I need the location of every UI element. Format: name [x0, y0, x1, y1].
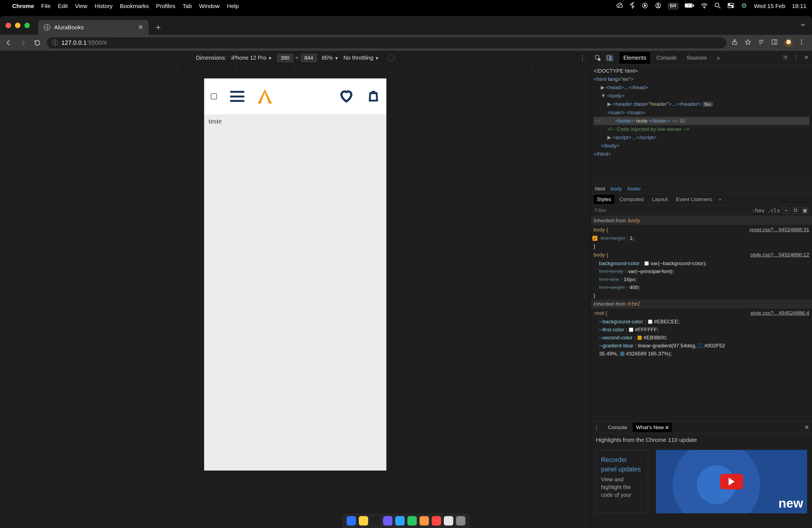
dock-app-chrome[interactable]	[359, 516, 368, 526]
styles-filter-input[interactable]	[595, 207, 749, 214]
rendering-sidebar-icon[interactable]: ▣	[801, 207, 808, 214]
device-toolbar-menu-icon[interactable]: ⋮	[579, 54, 585, 62]
battery-icon[interactable]	[685, 3, 694, 10]
hov-toggle[interactable]: :hov	[752, 207, 765, 214]
dom-selected-node[interactable]: ⋯<footer> teste </footer>== $0	[594, 117, 809, 125]
tab-close-button[interactable]: ✕	[138, 24, 143, 31]
crumb-body[interactable]: body	[611, 186, 622, 192]
window-minimize-button[interactable]	[15, 23, 20, 28]
devtools-close-icon[interactable]: ✕	[804, 54, 809, 62]
dock-app-github[interactable]	[371, 516, 380, 526]
styles-tab-layout[interactable]: Layout	[649, 195, 671, 204]
side-panel-icon[interactable]	[771, 39, 778, 46]
styles-tab-styles[interactable]: Styles	[594, 195, 614, 204]
dock-app-whatsapp[interactable]	[407, 516, 417, 526]
menu-edit[interactable]: Edit	[58, 3, 68, 10]
styles-tab-eventlisteners[interactable]: Event Listeners	[672, 195, 715, 204]
inspect-element-icon[interactable]	[594, 54, 602, 62]
browser-tab[interactable]: AluraBooks ✕	[38, 20, 149, 35]
dock-app-finder[interactable]	[347, 516, 356, 526]
chrome-menu-icon[interactable]	[799, 39, 806, 46]
dock-app-vscode[interactable]	[395, 516, 405, 526]
source-link[interactable]: style.css?…94524886:12	[750, 251, 809, 259]
dom-breadcrumb[interactable]: html body footer	[591, 184, 812, 194]
color-swatch[interactable]	[620, 352, 624, 356]
property-toggle-checkbox[interactable]	[592, 236, 597, 241]
crumb-html[interactable]: html	[595, 186, 605, 192]
rotate-icon[interactable]	[388, 55, 394, 61]
crumb-footer[interactable]: footer	[627, 186, 641, 192]
menubar-time[interactable]: 18:11	[792, 3, 807, 10]
dock-app-music[interactable]	[432, 516, 441, 526]
bookmark-star-icon[interactable]	[744, 39, 752, 46]
header-checkbox[interactable]	[211, 93, 217, 99]
play-icon[interactable]	[720, 474, 743, 489]
address-bar[interactable]: i 127.0.0.1:5500/#	[47, 37, 726, 48]
drawer-menu-icon[interactable]: ⋮	[594, 424, 599, 431]
menu-help[interactable]: Help	[227, 3, 239, 10]
drawer-tab-close-icon[interactable]: ✕	[665, 424, 669, 431]
menu-window[interactable]: Window	[199, 3, 220, 10]
logo-icon[interactable]	[258, 89, 272, 104]
control-center-icon[interactable]	[727, 3, 735, 10]
source-link[interactable]: style.css?…494524886:4	[750, 309, 809, 317]
menubar-date[interactable]: Wed 15 Feb	[754, 3, 785, 10]
toggle-device-icon[interactable]	[606, 54, 613, 62]
drawer-tab-whatsnew[interactable]: What's New✕	[633, 423, 672, 432]
devtools-tab-sources[interactable]: Sources	[683, 52, 711, 64]
heart-icon[interactable]	[339, 88, 354, 104]
tabs-overflow-button[interactable]	[799, 21, 807, 30]
bluetooth-icon[interactable]	[629, 2, 635, 10]
site-info-icon[interactable]: i	[52, 40, 58, 46]
cloud-icon[interactable]	[616, 2, 623, 10]
devtools-tab-console[interactable]: Console	[652, 52, 680, 64]
device-select[interactable]: iPhone 12 Pro▼	[231, 55, 272, 61]
devtools-tab-elements[interactable]: Elements	[620, 52, 650, 64]
cls-toggle[interactable]: .cls	[767, 207, 780, 214]
menubar-app-name[interactable]: Chrome	[12, 3, 34, 10]
forward-button[interactable]	[18, 39, 28, 46]
back-button[interactable]	[4, 39, 13, 46]
color-swatch[interactable]	[637, 336, 642, 340]
device-frame[interactable]: teste	[204, 78, 387, 471]
reading-list-icon[interactable]	[758, 39, 765, 46]
whatsnew-card[interactable]: Recorder panel updates View and highligh…	[596, 450, 648, 513]
menu-view[interactable]: View	[75, 3, 87, 10]
dock-app-trash[interactable]	[456, 516, 465, 526]
menu-profiles[interactable]: Profiles	[156, 3, 175, 10]
device-height-input[interactable]	[301, 54, 317, 62]
color-swatch[interactable]	[648, 320, 652, 324]
zoom-select[interactable]: 85%▼	[322, 55, 338, 61]
source-link[interactable]: reset.css?…94524888:31	[749, 225, 809, 234]
input-source-badge[interactable]: BR	[668, 3, 678, 9]
computed-sidebar-icon[interactable]: ⧉	[792, 207, 799, 214]
window-traffic-lights[interactable]	[5, 23, 30, 28]
window-close-button[interactable]	[5, 23, 11, 28]
dock-app-figma[interactable]	[383, 516, 392, 526]
user-circle-icon[interactable]	[655, 2, 662, 10]
play-circle-icon[interactable]	[642, 2, 648, 10]
devtools-settings-icon[interactable]	[782, 54, 788, 62]
device-width-input[interactable]	[277, 54, 293, 62]
styles-rules-pane[interactable]: Inherited from body body {reset.css?…945…	[591, 216, 812, 421]
menu-history[interactable]: History	[95, 3, 113, 10]
drawer-tab-console[interactable]: Console	[605, 423, 630, 432]
hamburger-icon[interactable]	[230, 91, 244, 102]
menu-file[interactable]: File	[41, 3, 50, 10]
window-zoom-button[interactable]	[24, 23, 30, 28]
dock-app-mail[interactable]	[420, 516, 429, 526]
devtools-menu-icon[interactable]: ⋮	[794, 54, 799, 62]
drawer-close-icon[interactable]: ✕	[804, 424, 809, 431]
new-style-rule-button[interactable]: ＋	[783, 207, 789, 214]
color-swatch[interactable]	[629, 327, 633, 332]
profile-avatar[interactable]	[784, 39, 793, 47]
search-icon[interactable]	[714, 2, 721, 10]
styles-tab-computed[interactable]: Computed	[616, 195, 647, 204]
shopping-bag-icon[interactable]	[367, 89, 380, 103]
share-icon[interactable]	[731, 39, 739, 46]
macos-dock[interactable]	[342, 514, 470, 528]
reload-button[interactable]	[33, 39, 42, 46]
color-swatch[interactable]	[644, 261, 649, 266]
devtools-tabs-overflow[interactable]: »	[713, 52, 724, 64]
menu-bookmarks[interactable]: Bookmarks	[120, 3, 149, 10]
